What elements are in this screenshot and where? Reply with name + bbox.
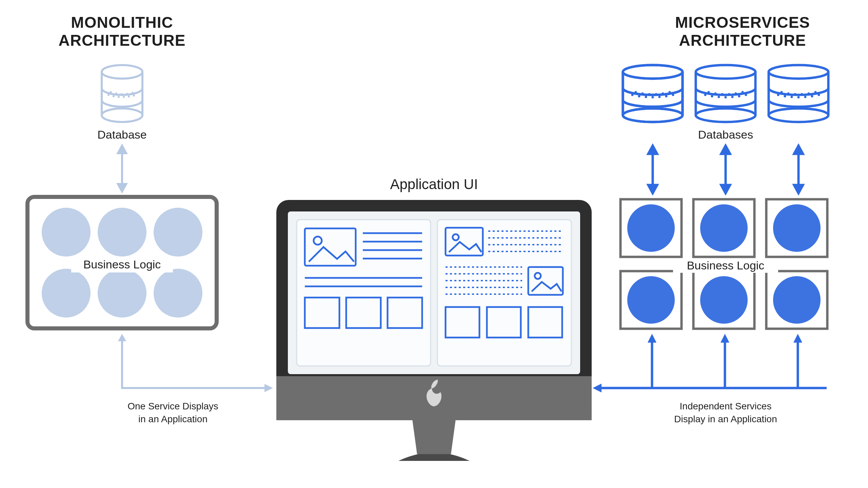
- monolithic-title-line2: ARCHITECTURE: [59, 32, 186, 49]
- svg-point-91: [784, 95, 786, 98]
- svg-marker-15: [118, 184, 126, 191]
- monolithic-database-icon: [100, 64, 144, 124]
- svg-point-73: [696, 65, 755, 79]
- microservices-title-line2: ARCHITECTURE: [679, 32, 806, 49]
- svg-point-74: [696, 108, 755, 122]
- svg-point-62: [645, 96, 647, 98]
- svg-point-94: [804, 96, 807, 98]
- svg-point-86: [735, 93, 737, 95]
- svg-point-95: [811, 95, 813, 98]
- svg-point-22: [154, 269, 202, 318]
- svg-point-20: [42, 269, 91, 318]
- svg-point-12: [132, 92, 134, 94]
- microservices-caption: Independent Services Display in an Appli…: [649, 400, 802, 426]
- svg-point-102: [814, 91, 817, 94]
- svg-point-83: [714, 93, 717, 95]
- svg-point-77: [718, 96, 720, 98]
- svg-point-90: [777, 94, 780, 96]
- svg-point-7: [133, 95, 135, 97]
- svg-point-93: [797, 96, 800, 99]
- svg-point-84: [721, 93, 724, 96]
- svg-point-92: [791, 96, 793, 98]
- svg-point-4: [118, 96, 120, 98]
- svg-point-82: [708, 91, 710, 94]
- monolithic-db-arrow: [117, 146, 127, 191]
- monolithic-database-label: Database: [71, 128, 173, 141]
- svg-marker-125: [648, 334, 656, 343]
- svg-marker-126: [721, 334, 729, 343]
- microservices-caption-line1: Independent Services: [680, 401, 772, 411]
- microservices-caption-line2: Display in an Application: [674, 414, 777, 424]
- svg-point-64: [658, 96, 661, 98]
- svg-point-120: [773, 204, 821, 252]
- svg-point-11: [126, 93, 128, 95]
- monolithic-caption: One Service Displays in an Application: [102, 400, 244, 426]
- svg-point-1: [102, 108, 142, 122]
- svg-point-121: [627, 276, 675, 324]
- application-ui-title: Application UI: [298, 176, 570, 192]
- monolithic-caption-line1: One Service Displays: [127, 401, 218, 411]
- svg-point-0: [102, 65, 142, 79]
- svg-point-79: [731, 96, 734, 98]
- svg-point-119: [700, 204, 748, 252]
- svg-point-123: [773, 276, 821, 324]
- svg-point-10: [121, 93, 123, 95]
- svg-point-118: [627, 204, 675, 252]
- microservices-business-logic-label: Business Logic: [673, 258, 778, 273]
- svg-marker-127: [793, 334, 802, 343]
- microservices-databases-label: Databases: [675, 128, 776, 141]
- svg-point-8: [110, 91, 112, 93]
- svg-point-89: [769, 108, 828, 122]
- svg-marker-124: [593, 384, 601, 392]
- microservices-title-line1: MICROSERVICES: [675, 14, 810, 31]
- svg-point-88: [769, 65, 828, 79]
- microservices-title: MICROSERVICES ARCHITECTURE: [644, 14, 841, 49]
- svg-point-9: [115, 93, 117, 95]
- svg-marker-14: [118, 146, 126, 153]
- svg-marker-23: [118, 334, 126, 341]
- svg-marker-111: [794, 185, 803, 193]
- svg-point-99: [794, 93, 796, 96]
- svg-point-98: [787, 93, 790, 95]
- svg-point-17: [42, 208, 91, 257]
- svg-point-75: [704, 94, 707, 96]
- diagram-canvas: MONOLITHIC ARCHITECTURE MICROSERVICES AR…: [0, 0, 868, 488]
- svg-point-63: [652, 96, 654, 99]
- svg-point-87: [742, 91, 744, 94]
- svg-point-100: [801, 93, 803, 96]
- svg-point-80: [738, 95, 741, 98]
- microservices-db-arrows: [620, 146, 831, 193]
- svg-point-5: [123, 96, 125, 98]
- svg-point-2: [107, 94, 110, 96]
- svg-marker-104: [648, 146, 657, 154]
- monolithic-title-line1: MONOLITHIC: [71, 14, 173, 31]
- monolithic-business-logic-label: Business Logic: [71, 257, 173, 272]
- microservices-databases-icon: [620, 64, 831, 124]
- svg-point-78: [725, 96, 727, 99]
- svg-point-81: [745, 94, 747, 96]
- svg-point-19: [154, 208, 202, 257]
- svg-marker-110: [794, 146, 803, 154]
- svg-marker-107: [721, 146, 730, 154]
- svg-marker-24: [264, 384, 273, 392]
- svg-point-76: [711, 95, 713, 98]
- svg-point-122: [700, 276, 748, 324]
- svg-marker-105: [648, 185, 657, 193]
- svg-marker-108: [721, 185, 730, 193]
- svg-point-6: [128, 96, 130, 98]
- svg-point-97: [781, 91, 783, 94]
- svg-point-85: [728, 93, 730, 96]
- svg-point-21: [98, 269, 146, 318]
- computer-monitor-icon: [276, 200, 592, 468]
- svg-point-3: [113, 95, 115, 97]
- monolithic-caption-line2: in an Application: [138, 414, 208, 424]
- svg-point-101: [808, 93, 810, 95]
- svg-point-18: [98, 208, 146, 257]
- svg-point-96: [818, 94, 820, 96]
- svg-rect-41: [437, 220, 571, 366]
- monolithic-title: MONOLITHIC ARCHITECTURE: [27, 14, 217, 49]
